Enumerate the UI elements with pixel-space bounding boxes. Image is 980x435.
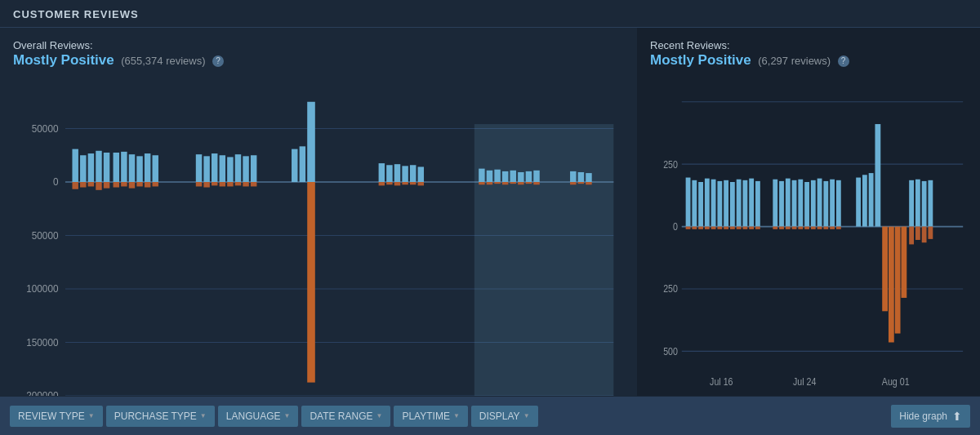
date-range-arrow-icon: ▼ — [376, 412, 383, 419]
svg-rect-162 — [928, 180, 933, 227]
svg-rect-75 — [479, 182, 484, 184]
svg-rect-81 — [526, 182, 532, 184]
svg-rect-160 — [915, 180, 920, 227]
svg-rect-107 — [698, 182, 703, 227]
bottom-bar: REVIEW TYPE ▼ PURCHASE TYPE ▼ LANGUAGE ▼… — [0, 396, 980, 435]
svg-rect-82 — [533, 182, 539, 184]
svg-rect-105 — [686, 178, 691, 227]
recent-help-icon[interactable]: ? — [838, 55, 849, 67]
svg-rect-150 — [836, 227, 841, 229]
svg-rect-58 — [402, 166, 408, 182]
hide-graph-button[interactable]: Hide graph ⬆ — [891, 405, 970, 428]
svg-rect-30 — [121, 182, 127, 186]
svg-rect-76 — [487, 182, 492, 184]
svg-rect-36 — [203, 156, 209, 182]
svg-rect-27 — [145, 153, 150, 182]
language-label: LANGUAGE — [226, 411, 281, 422]
purchase-type-button[interactable]: PURCHASE TYPE ▼ — [106, 406, 215, 427]
svg-rect-66 — [418, 182, 424, 185]
hide-graph-label: Hide graph — [899, 411, 947, 422]
date-range-button[interactable]: DATE RANGE ▼ — [301, 406, 390, 427]
svg-rect-70 — [502, 171, 508, 182]
svg-rect-114 — [742, 180, 747, 227]
svg-rect-47 — [227, 182, 233, 186]
left-chart-wrapper: 50000 0 50000 100000 150000 200000 — [13, 75, 622, 396]
svg-rect-123 — [724, 227, 728, 229]
svg-rect-158 — [901, 227, 906, 298]
svg-rect-42 — [251, 155, 256, 182]
svg-rect-111 — [724, 180, 728, 227]
display-button[interactable]: DISPLAY ▼ — [471, 406, 538, 427]
svg-rect-133 — [798, 180, 803, 227]
svg-rect-152 — [862, 175, 867, 226]
svg-rect-33 — [145, 182, 150, 188]
svg-rect-108 — [705, 179, 710, 227]
svg-rect-57 — [394, 164, 400, 182]
review-type-label: REVIEW TYPE — [18, 411, 85, 422]
svg-text:250: 250 — [663, 284, 678, 295]
svg-rect-127 — [749, 227, 754, 229]
svg-rect-74 — [533, 171, 539, 182]
svg-rect-122 — [717, 227, 722, 229]
overall-help-icon[interactable]: ? — [212, 55, 224, 67]
svg-rect-28 — [153, 155, 158, 182]
svg-rect-54 — [307, 182, 315, 383]
svg-text:Jul 16: Jul 16 — [710, 376, 733, 387]
svg-rect-63 — [394, 182, 400, 185]
svg-rect-53 — [307, 102, 315, 182]
svg-rect-39 — [227, 157, 233, 182]
svg-rect-118 — [692, 227, 697, 229]
svg-rect-128 — [755, 227, 760, 229]
svg-rect-134 — [804, 182, 809, 227]
svg-rect-149 — [830, 227, 835, 229]
svg-rect-72 — [518, 172, 523, 182]
svg-rect-48 — [235, 182, 241, 185]
svg-rect-155 — [882, 227, 888, 312]
svg-rect-24 — [121, 152, 127, 182]
svg-rect-20 — [88, 182, 94, 186]
overall-rating-line: Mostly Positive (655,374 reviews) ? — [13, 52, 622, 69]
svg-rect-31 — [129, 182, 135, 189]
purchase-type-label: PURCHASE TYPE — [114, 411, 197, 422]
svg-rect-77 — [494, 182, 500, 184]
playtime-button[interactable]: PLAYTIME ▼ — [394, 406, 467, 427]
svg-text:50000: 50000 — [32, 230, 59, 242]
svg-rect-29 — [114, 182, 119, 188]
svg-rect-148 — [823, 227, 828, 229]
svg-text:100000: 100000 — [26, 283, 58, 295]
svg-rect-43 — [196, 182, 202, 186]
svg-rect-112 — [730, 182, 735, 227]
svg-rect-38 — [220, 155, 225, 182]
svg-rect-22 — [104, 182, 109, 189]
review-type-button[interactable]: REVIEW TYPE ▼ — [10, 406, 103, 427]
svg-rect-131 — [786, 179, 791, 227]
svg-rect-40 — [235, 154, 241, 182]
right-chart-svg: 250 0 250 500 — [650, 75, 967, 396]
language-button[interactable]: LANGUAGE ▼ — [218, 406, 299, 427]
left-chart-svg: 50000 0 50000 100000 150000 200000 — [13, 75, 622, 396]
svg-rect-15 — [88, 153, 94, 182]
svg-rect-132 — [792, 180, 797, 227]
svg-rect-60 — [418, 166, 424, 182]
svg-rect-119 — [698, 227, 703, 229]
svg-rect-18 — [72, 182, 78, 189]
svg-text:0: 0 — [53, 176, 59, 188]
svg-rect-13 — [72, 149, 78, 182]
svg-rect-166 — [928, 227, 933, 239]
svg-rect-135 — [811, 180, 816, 227]
svg-rect-41 — [243, 156, 248, 182]
svg-rect-136 — [817, 179, 822, 227]
overall-label: Overall Reviews: — [13, 38, 622, 52]
svg-rect-124 — [730, 227, 735, 229]
page-title: CUSTOMER REVIEWS — [0, 0, 980, 28]
svg-rect-26 — [136, 156, 142, 182]
svg-rect-113 — [737, 180, 742, 227]
svg-rect-164 — [915, 227, 920, 240]
svg-rect-130 — [779, 181, 784, 227]
svg-rect-145 — [804, 227, 809, 229]
language-arrow-icon: ▼ — [283, 412, 290, 419]
svg-rect-144 — [798, 227, 803, 229]
svg-rect-19 — [80, 182, 86, 188]
svg-rect-83 — [570, 171, 576, 182]
svg-rect-56 — [386, 165, 392, 182]
